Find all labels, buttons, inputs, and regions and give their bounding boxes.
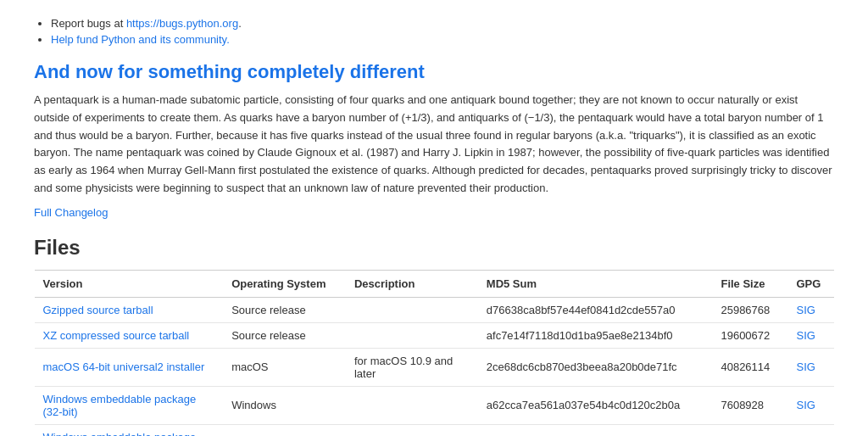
cell-gpg: SIG — [788, 348, 835, 386]
section-heading: And now for something completely differe… — [34, 61, 834, 83]
cell-os: Source release — [223, 297, 346, 322]
version-link[interactable]: Windows embeddable package (32-bit) — [43, 393, 197, 418]
cell-md5: d76638ca8bf57e44ef0841d2cde557a0 — [478, 297, 713, 322]
col-header-md5: MD5 Sum — [478, 270, 713, 297]
col-header-os: Operating System — [223, 270, 346, 297]
cell-gpg: SIG — [788, 424, 835, 436]
cell-version: Windows embeddable package (32-bit) — [35, 386, 224, 424]
version-link[interactable]: Gzipped source tarball — [43, 304, 153, 316]
version-link[interactable]: Windows embeddable package (64-bit) — [43, 431, 197, 436]
col-header-gpg: GPG — [788, 270, 835, 297]
cell-size: 25986768 — [712, 297, 787, 322]
sig-link[interactable]: SIG — [797, 399, 815, 411]
cell-os: Windows — [223, 386, 346, 424]
table-header-row: Version Operating System Description MD5… — [35, 270, 835, 297]
cell-md5: afc7e14f7118d10d1ba95ae8e2134bf0 — [478, 322, 713, 348]
section-description: A pentaquark is a human-made subatomic p… — [34, 92, 834, 198]
sig-link[interactable]: SIG — [797, 329, 815, 342]
bugs-python-link[interactable]: https://bugs.python.org — [126, 17, 238, 30]
cell-gpg: SIG — [788, 297, 835, 322]
bullet-list: Report bugs at https://bugs.python.org. … — [51, 17, 834, 46]
bullet-item-fund: Help fund Python and its community. — [51, 33, 834, 46]
cell-desc — [346, 386, 478, 424]
version-link[interactable]: macOS 64-bit universal2 installer — [43, 361, 205, 373]
cell-gpg: SIG — [788, 322, 835, 348]
cell-size: 7608928 — [712, 386, 787, 424]
cell-gpg: SIG — [788, 386, 835, 424]
cell-md5: 2ce68dc6cb870ed3beea8a20b0de71fc — [478, 348, 713, 386]
cell-size: 8585728 — [712, 424, 787, 436]
col-header-size: File Size — [712, 270, 787, 297]
cell-os: Source release — [223, 322, 346, 348]
col-header-desc: Description — [346, 270, 478, 297]
table-row: Windows embeddable package (32-bit)Windo… — [35, 386, 835, 424]
cell-desc: for macOS 10.9 and later — [346, 348, 478, 386]
cell-version: macOS 64-bit universal2 installer — [35, 348, 224, 386]
version-link[interactable]: XZ compressed source tarball — [43, 329, 190, 342]
table-row: Windows embeddable package (64-bit)Windo… — [35, 424, 835, 436]
sig-link[interactable]: SIG — [797, 361, 815, 373]
full-changelog-link[interactable]: Full Changelog — [34, 206, 834, 219]
cell-os: macOS — [223, 348, 346, 386]
cell-version: XZ compressed source tarball — [35, 322, 224, 348]
cell-desc — [346, 297, 478, 322]
sig-link[interactable]: SIG — [797, 304, 815, 316]
bullet-item-bugs: Report bugs at https://bugs.python.org. — [51, 17, 834, 30]
col-header-version: Version — [35, 270, 224, 297]
cell-md5: 37303f03e19563fa87722d9df11d0fa0 — [478, 424, 713, 436]
cell-md5: a62cca7ea561a037e54b4c0d120c2b0a — [478, 386, 713, 424]
cell-version: Windows embeddable package (64-bit) — [35, 424, 224, 436]
cell-desc — [346, 424, 478, 436]
cell-size: 40826114 — [712, 348, 787, 386]
table-row: Gzipped source tarballSource released766… — [35, 297, 835, 322]
files-heading: Files — [34, 236, 834, 260]
table-row: XZ compressed source tarballSource relea… — [35, 322, 835, 348]
cell-os: Windows — [223, 424, 346, 436]
table-row: macOS 64-bit universal2 installermacOSfo… — [35, 348, 835, 386]
cell-desc — [346, 322, 478, 348]
files-table: Version Operating System Description MD5… — [34, 270, 834, 436]
cell-version: Gzipped source tarball — [35, 297, 224, 322]
cell-size: 19600672 — [712, 322, 787, 348]
bullet-text-bugs: Report bugs at — [51, 17, 126, 30]
fund-python-link[interactable]: Help fund Python and its community. — [51, 33, 230, 46]
